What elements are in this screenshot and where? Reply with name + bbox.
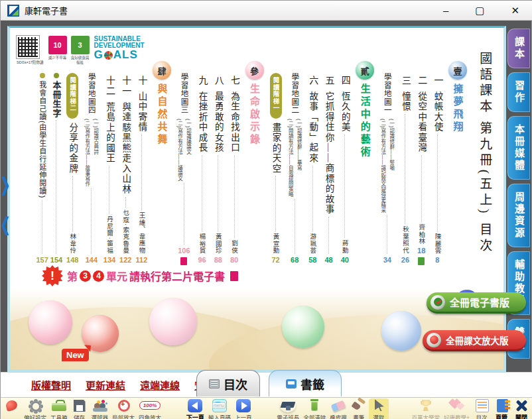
- full-text-zoom-button[interactable]: 全冊課文放大版: [423, 330, 526, 351]
- unit-badge-icon: 參: [245, 61, 264, 80]
- capsule-green: [282, 306, 324, 348]
- toc-lesson-8[interactable]: 五它抓得住你——商標的故事48: [320, 42, 336, 265]
- close-app-icon: [513, 399, 529, 412]
- toolbar-quiz-show[interactable]: 百萬大學堂: [410, 398, 442, 419]
- toc-unit-6: 貳生活中的藝術: [353, 42, 377, 265]
- bottom-toolbar: 偏好設定工具箱儲存選號器局部放大100%四角放大下一頁menu輸入頁碼上一頁電子…: [1, 397, 532, 419]
- toolbar-page-number-input[interactable]: menu輸入頁碼: [206, 398, 233, 419]
- kangxuan-logo-icon: [7, 5, 19, 17]
- footer-link-0[interactable]: 版權聲明: [31, 378, 71, 392]
- toc-map-21[interactable]: 學習地圖四(一)認識古典詩(二)寫作有方法——故事寫作144: [82, 42, 101, 265]
- toc-lesson-19[interactable]: 十一與達駭黑熊走入山林乜寇·索克魯曼122: [117, 42, 133, 265]
- toc-lesson-4[interactable]: 三憧憬秋葉照代26: [397, 42, 413, 265]
- prev-page-icon: [236, 399, 251, 412]
- toc-map-5[interactable]: 學習地圖一(一)認識修辭——譬喻(二)寫作有方法——讓記敘文變得更精采34: [377, 42, 397, 265]
- toolbar-local-zoom[interactable]: 局部放大: [110, 398, 137, 419]
- right-tab-2[interactable]: 本冊媒體: [507, 116, 530, 180]
- close-button[interactable]: ✕: [511, 1, 519, 20]
- edge-next-arrow[interactable]: ❯: [1, 174, 9, 197]
- toc-map-10[interactable]: 學習地圖二(一)認識修辭——摹寫(二)閱讀有方法——自我提問策略68: [285, 42, 304, 265]
- bookmark-tag-icon: [286, 379, 297, 389]
- toolbar-number-picker[interactable]: 選號器: [90, 398, 111, 419]
- footer-link-2[interactable]: 遠端連線: [140, 378, 180, 392]
- toolbar-prev-page[interactable]: 上一頁: [233, 398, 254, 419]
- save-icon: [72, 399, 88, 412]
- toc-lesson-18[interactable]: 十山中寄情王維、韋應物112: [133, 42, 149, 265]
- toc-book-icon: [209, 379, 220, 389]
- right-tab-3[interactable]: 周邊資源: [507, 184, 530, 247]
- toc-lesson-13[interactable]: 七為生命找出口劉俠80: [226, 42, 242, 265]
- page-tabs-icon: [497, 399, 508, 412]
- unit4-badge: 4: [93, 270, 104, 282]
- toc-lesson-7[interactable]: 四恆久的美蔣勳40: [337, 42, 353, 265]
- toolbox-icon: [51, 399, 67, 412]
- footer-strip: 版權聲明更新連結遠端連線安裝字型 目次 書籤: [1, 372, 532, 397]
- toc-lesson-9[interactable]: 六故事「動」起來游珮芸58: [304, 42, 320, 265]
- toolbar-page-tabs[interactable]: 頁籤: [492, 398, 511, 419]
- book-page: SDGs×17陪你讀 10減少不平等3良好健康與福祉 SUSTAINABLE D…: [7, 26, 506, 372]
- toolbar-toolbox[interactable]: 工具箱: [48, 398, 70, 419]
- tab-bookmark[interactable]: 書籤: [269, 370, 342, 396]
- unit-badge-icon: 肆: [153, 61, 171, 80]
- full-ebook-button[interactable]: 全冊電子書版: [427, 292, 526, 314]
- unit-badge-icon: 壹: [448, 61, 467, 80]
- toc-unit-1: 壹擁夢飛翔: [446, 42, 470, 265]
- window-title: 康軒電子書: [25, 4, 68, 17]
- toc-ladder-22[interactable]: 閱讀階梯二分享的金牌林韋伶148: [64, 42, 82, 265]
- toc-lesson-3[interactable]: 二從空中看臺灣齊柏林18: [413, 42, 429, 265]
- toolbar-save[interactable]: 儲存: [70, 398, 90, 419]
- toolbar-clear-all[interactable]: 全部清除: [301, 398, 328, 419]
- toolbar-next-page[interactable]: 下一頁: [184, 398, 206, 419]
- toolbar-corner-zoom[interactable]: 100%四角放大: [137, 398, 163, 419]
- toolbar-marker[interactable]: [2, 398, 22, 413]
- unit-badge-icon: 貳: [356, 61, 374, 80]
- toolbar-preferences[interactable]: 偏好設定: [22, 398, 48, 419]
- marker-icon: [4, 399, 20, 412]
- toc-tool-icon: [476, 399, 489, 412]
- footer-link-1[interactable]: 更新連結: [86, 378, 125, 392]
- clear-all-icon: [306, 399, 322, 412]
- tab-toc[interactable]: 目次: [196, 370, 260, 396]
- disc-notice: ! 第 3 4 單元 請執行第二片電子書: [42, 265, 238, 290]
- teaching-plus-icon: [449, 399, 465, 412]
- toolbar-eraser[interactable]: 橡皮擦: [328, 398, 349, 419]
- eraser-icon: [330, 399, 346, 412]
- toc-bullet-23[interactable]: 本冊生字154: [49, 42, 63, 265]
- toc-lesson-2[interactable]: 一蚊帳大使陳麗雲8: [429, 42, 445, 265]
- preferences-icon: [27, 399, 43, 412]
- toc-unit-12: 參生命啟示錄: [242, 42, 267, 265]
- capsule-blue: [381, 311, 421, 351]
- mini-sdg-icon: [180, 257, 187, 265]
- maximize-button[interactable]: ▢: [475, 1, 484, 20]
- select-icon: [371, 399, 387, 412]
- toc-lesson-14[interactable]: 八最勇敢的女孩黃國珍88: [210, 42, 226, 265]
- toc-ladder-11[interactable]: 閱讀階梯一畫家的天空黃宣勳72: [267, 42, 285, 265]
- toolbar-brush[interactable]: 畫筆: [349, 398, 369, 419]
- number-picker-icon: [92, 399, 107, 412]
- app-window: 康軒電子書 – ▢ ✕ SDGs×17陪你讀 10減少不平等3良好健康與福祉 S…: [0, 0, 532, 419]
- page-number-input-icon: menu: [212, 399, 227, 412]
- toc-columns: 國語課本 第九冊(五上) 目次壹擁夢飛翔一蚊帳大使陳麗雲8二從空中看臺灣齊柏林1…: [35, 42, 499, 265]
- quiz-show-icon: [418, 399, 434, 412]
- minimize-button[interactable]: –: [443, 1, 448, 20]
- brush-icon: [351, 399, 367, 412]
- right-tab-0[interactable]: 課本: [507, 29, 530, 68]
- exclamation-icon: !: [42, 265, 63, 286]
- toolbar-toc-tool[interactable]: 目次: [472, 398, 492, 419]
- toolbar-select[interactable]: 選取: [369, 398, 389, 419]
- title-bar: 康軒電子書 – ▢ ✕: [1, 1, 532, 21]
- mini-sdg-badge: [230, 271, 238, 281]
- e-captain-icon: [280, 399, 296, 412]
- next-page-icon: [188, 399, 202, 412]
- toolbar-teaching-plus[interactable]: 好康教學+: [442, 398, 472, 419]
- capsule-pink-2: [149, 298, 197, 345]
- toolbar-e-captain[interactable]: 電子班長: [275, 398, 301, 419]
- toc-map-16[interactable]: 學習地圖三(一)認識議論文(二)寫作有方法——議論文106: [174, 42, 194, 265]
- right-tab-1[interactable]: 習作: [507, 72, 530, 112]
- capsule-pink-1: [29, 300, 72, 344]
- toc-bullet-24[interactable]: 我會自己讀(由學生自行延伸閱讀)157: [35, 42, 49, 265]
- toc-lesson-20[interactable]: 十二荒島上的國王丹尼爾·笛福134: [101, 42, 117, 265]
- edge-prev-arrow[interactable]: ❮: [1, 214, 9, 237]
- toc-lesson-15[interactable]: 九在挫折中成長楊裕貿96: [194, 42, 210, 265]
- toolbar-close-app[interactable]: 關閉: [511, 398, 531, 419]
